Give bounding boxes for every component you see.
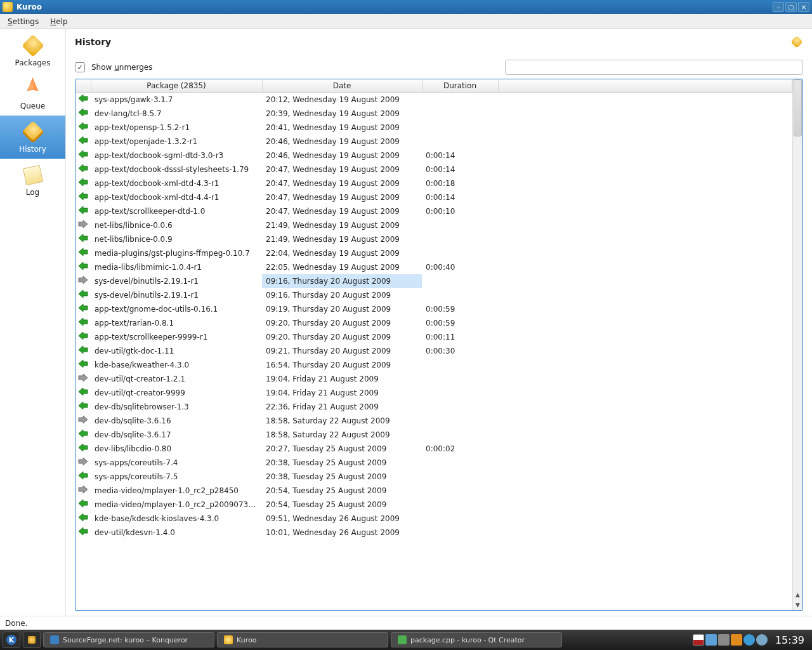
show-desktop-button[interactable] bbox=[23, 632, 41, 648]
system-tray bbox=[693, 634, 768, 646]
spacer-cell bbox=[498, 316, 792, 330]
table-row[interactable]: app-text/gnome-doc-utils-0.16.109:19, Th… bbox=[75, 302, 792, 316]
vertical-scrollbar[interactable]: ▲ ▼ bbox=[792, 79, 802, 610]
sidebar-item-history[interactable]: History bbox=[0, 116, 65, 159]
col-duration[interactable]: Duration bbox=[422, 79, 498, 93]
spacer-cell bbox=[498, 456, 792, 470]
keyboard-layout-icon[interactable] bbox=[693, 634, 704, 646]
table-row[interactable]: dev-libs/libcdio-0.8020:27, Tuesday 25 A… bbox=[75, 442, 792, 456]
table-row[interactable]: app-text/scrollkeeper-dtd-1.020:47, Wedn… bbox=[75, 204, 792, 218]
table-row[interactable]: media-plugins/gst-plugins-ffmpeg-0.10.72… bbox=[75, 246, 792, 260]
scroll-up-button[interactable]: ▲ bbox=[793, 590, 802, 600]
kde-menu-button[interactable]: K bbox=[3, 632, 20, 648]
filter-row: ✓ Show unmerges bbox=[75, 60, 803, 75]
table-row[interactable]: dev-db/sqlitebrowser-1.322:36, Friday 21… bbox=[75, 400, 792, 414]
table-row[interactable]: app-text/scrollkeeper-9999-r109:20, Thur… bbox=[75, 330, 792, 344]
taskbar-task-konqueror[interactable]: SourceForge.net: kuroo – Konqueror bbox=[43, 632, 214, 647]
duration-cell: 0:00:14 bbox=[422, 162, 498, 176]
minimize-button[interactable]: – bbox=[773, 2, 784, 12]
table-row[interactable]: app-text/opensp-1.5.2-r120:41, Wednesday… bbox=[75, 121, 792, 135]
sidebar-item-queue[interactable]: Queue bbox=[0, 72, 65, 116]
duration-cell bbox=[422, 288, 498, 302]
table-row[interactable]: sys-apps/coreutils-7.420:38, Tuesday 25 … bbox=[75, 456, 792, 470]
package-cell: dev-lang/tcl-8.5.7 bbox=[91, 107, 262, 121]
updates-icon[interactable] bbox=[731, 634, 742, 646]
history-table-wrap: Package (2835) Date Duration sys-apps/ga… bbox=[75, 79, 803, 611]
browser-icon[interactable] bbox=[743, 634, 755, 646]
table-row[interactable]: media-video/mplayer-1.0_rc2_p2845020:54,… bbox=[75, 484, 792, 498]
date-cell: 16:54, Thursday 20 August 2009 bbox=[262, 358, 422, 372]
close-button[interactable]: ✕ bbox=[798, 2, 809, 12]
merge-arrow-icon bbox=[75, 526, 91, 540]
table-row[interactable]: media-libs/libmimic-1.0.4-r122:05, Wedne… bbox=[75, 260, 792, 274]
sidebar: Packages Queue History Log bbox=[0, 29, 66, 616]
sound-icon[interactable] bbox=[718, 634, 730, 646]
show-unmerges-checkbox[interactable]: ✓ bbox=[75, 62, 85, 72]
table-row[interactable]: dev-db/sqlite-3.6.1718:58, Saturday 22 A… bbox=[75, 428, 792, 442]
maximize-button[interactable]: ▢ bbox=[785, 2, 797, 12]
table-row[interactable]: dev-util/qt-creator-1.2.119:04, Friday 2… bbox=[75, 372, 792, 386]
network-icon[interactable] bbox=[705, 634, 717, 646]
table-row[interactable]: app-text/docbook-sgml-dtd-3.0-r320:46, W… bbox=[75, 149, 792, 162]
window-title: Kuroo bbox=[16, 3, 771, 11]
table-row[interactable]: dev-util/qt-creator-999919:04, Friday 21… bbox=[75, 386, 792, 400]
spacer-cell bbox=[498, 512, 792, 526]
package-cell: net-libs/libnice-0.0.9 bbox=[91, 232, 262, 246]
table-row[interactable]: kde-base/kweather-4.3.016:54, Thursday 2… bbox=[75, 358, 792, 372]
table-row[interactable]: app-text/docbook-xml-dtd-4.4-r120:47, We… bbox=[75, 190, 792, 204]
table-row[interactable]: app-text/rarian-0.8.109:20, Thursday 20 … bbox=[75, 316, 792, 330]
date-cell: 09:19, Thursday 20 August 2009 bbox=[262, 302, 422, 316]
table-row[interactable]: app-text/openjade-1.3.2-r120:46, Wednesd… bbox=[75, 135, 792, 149]
package-cell: dev-util/qt-creator-9999 bbox=[91, 386, 262, 400]
table-row[interactable]: dev-util/gtk-doc-1.1109:21, Thursday 20 … bbox=[75, 344, 792, 358]
table-row[interactable]: media-video/mplayer-1.0_rc2_p2009073…20:… bbox=[75, 498, 792, 512]
col-package[interactable]: Package (2835) bbox=[91, 79, 262, 93]
package-cell: dev-libs/libcdio-0.80 bbox=[91, 442, 262, 456]
table-row[interactable]: net-libs/libnice-0.0.921:49, Wednesday 1… bbox=[75, 232, 792, 246]
scroll-thumb[interactable] bbox=[794, 79, 802, 136]
table-row[interactable]: dev-db/sqlite-3.6.1618:58, Saturday 22 A… bbox=[75, 414, 792, 428]
qtcreator-icon bbox=[398, 635, 407, 644]
col-date[interactable]: Date bbox=[262, 79, 422, 93]
table-row[interactable]: sys-devel/binutils-2.19.1-r109:16, Thurs… bbox=[75, 274, 792, 288]
scroll-down-button[interactable]: ▼ bbox=[793, 600, 802, 610]
duration-cell bbox=[422, 484, 498, 498]
table-row[interactable]: sys-devel/binutils-2.19.1-r109:16, Thurs… bbox=[75, 288, 792, 302]
table-row[interactable]: net-libs/libnice-0.0.621:49, Wednesday 1… bbox=[75, 218, 792, 232]
date-cell: 20:47, Wednesday 19 August 2009 bbox=[262, 204, 422, 218]
menu-settings[interactable]: Settings bbox=[3, 16, 44, 27]
package-cell: app-text/docbook-dsssl-stylesheets-1.79 bbox=[91, 162, 262, 176]
history-table-scroll[interactable]: Package (2835) Date Duration sys-apps/ga… bbox=[75, 79, 792, 610]
menu-help[interactable]: Help bbox=[45, 16, 72, 27]
table-row[interactable]: dev-util/kdesvn-1.4.010:01, Wednesday 26… bbox=[75, 526, 792, 540]
merge-arrow-icon bbox=[75, 400, 91, 414]
taskbar-clock[interactable]: 15:39 bbox=[775, 634, 804, 646]
package-cell: app-text/scrollkeeper-9999-r1 bbox=[91, 330, 262, 344]
spacer-cell bbox=[498, 93, 792, 107]
date-cell: 09:16, Thursday 20 August 2009 bbox=[262, 288, 422, 302]
info-icon[interactable] bbox=[756, 634, 768, 646]
duration-cell: 0:00:59 bbox=[422, 302, 498, 316]
table-row[interactable]: sys-apps/coreutils-7.520:38, Tuesday 25 … bbox=[75, 470, 792, 484]
merge-arrow-icon bbox=[75, 162, 91, 176]
duration-cell bbox=[422, 456, 498, 470]
sidebar-item-log[interactable]: Log bbox=[0, 159, 65, 202]
table-row[interactable]: dev-lang/tcl-8.5.720:39, Wednesday 19 Au… bbox=[75, 107, 792, 121]
taskbar-task-kuroo[interactable]: Kuroo bbox=[217, 632, 388, 647]
table-row[interactable]: app-text/docbook-dsssl-stylesheets-1.792… bbox=[75, 162, 792, 176]
package-cell: app-text/opensp-1.5.2-r1 bbox=[91, 121, 262, 135]
package-icon bbox=[22, 34, 44, 57]
table-row[interactable]: kde-base/kdesdk-kioslaves-4.3.009:51, We… bbox=[75, 512, 792, 526]
duration-cell: 0:00:59 bbox=[422, 316, 498, 330]
taskbar-task-qtcreator[interactable]: package.cpp - kuroo - Qt Creator bbox=[391, 632, 562, 647]
sidebar-item-packages[interactable]: Packages bbox=[0, 29, 65, 72]
table-row[interactable]: app-text/docbook-xml-dtd-4.3-r120:47, We… bbox=[75, 176, 792, 190]
merge-arrow-icon bbox=[75, 93, 91, 107]
spacer-cell bbox=[498, 428, 792, 442]
col-icon[interactable] bbox=[75, 79, 91, 93]
package-cell: media-video/mplayer-1.0_rc2_p28450 bbox=[91, 484, 262, 498]
package-cell: net-libs/libnice-0.0.6 bbox=[91, 218, 262, 232]
filter-input[interactable] bbox=[505, 60, 803, 75]
table-row[interactable]: sys-apps/gawk-3.1.720:12, Wednesday 19 A… bbox=[75, 93, 792, 107]
date-cell: 22:05, Wednesday 19 August 2009 bbox=[262, 260, 422, 274]
